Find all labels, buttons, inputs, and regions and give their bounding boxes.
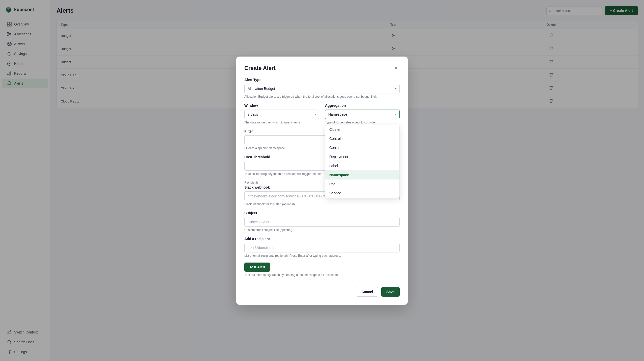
subject-input[interactable] <box>244 217 400 227</box>
aggregation-label: Aggregation <box>325 104 400 108</box>
aggregation-option[interactable]: Cluster <box>325 125 399 134</box>
subject-label: Subject <box>244 211 400 215</box>
add-recipient-input[interactable] <box>244 243 400 252</box>
alert-type-select[interactable]: Allocation Budget <box>244 84 400 93</box>
alert-type-wrapper: Allocation Budget ▾ <box>244 84 400 93</box>
modal-overlay[interactable]: Create Alert × Alert Type Allocation Bud… <box>0 0 644 361</box>
aggregation-hint: Type of Kubernetes object to consider <box>325 121 400 124</box>
add-recipient-label: Add a recipient <box>244 237 400 241</box>
create-alert-modal: Create Alert × Alert Type Allocation Bud… <box>236 57 408 305</box>
modal-title: Create Alert <box>244 65 276 71</box>
slack-hint: Slack webhook for this alert (optional). <box>244 202 400 206</box>
window-aggregation-row: Window 7 days ▾ The date range over whic… <box>244 104 400 124</box>
subject-hint: Custom email subject line (optional). <box>244 228 400 232</box>
test-alert-hint: Test out alert configuration by sending … <box>244 273 400 277</box>
window-label: Window <box>244 104 319 108</box>
save-button[interactable]: Save <box>381 287 400 297</box>
alert-type-hint: Allocation Budget alerts are triggered w… <box>244 95 400 98</box>
aggregation-wrapper: Namespace ▾ <box>325 110 400 119</box>
alert-type-label: Alert Type <box>244 78 400 82</box>
aggregation-option[interactable]: Namespace <box>325 170 399 179</box>
cancel-button[interactable]: Cancel <box>356 287 378 297</box>
aggregation-option[interactable]: Label <box>325 161 399 170</box>
add-recipient-section: Add a recipient List of email recipients… <box>244 237 400 257</box>
modal-header: Create Alert × <box>244 65 400 72</box>
aggregation-option[interactable]: Controller <box>325 134 399 143</box>
aggregation-dropdown: ClusterControllerContainerDeploymentLabe… <box>325 125 400 198</box>
window-select[interactable]: 7 days <box>244 110 319 119</box>
subject-section: Subject Custom email subject line (optio… <box>244 211 400 232</box>
add-recipient-hint: List of email recipients (optional). Pre… <box>244 254 400 257</box>
test-alert-button[interactable]: Test Alert <box>244 263 270 272</box>
modal-footer: Cancel Save <box>244 283 400 297</box>
test-alert-section: Test Alert Test out alert configuration … <box>244 263 400 277</box>
aggregation-option[interactable]: Container <box>325 143 399 152</box>
modal-close-button[interactable]: × <box>393 65 400 72</box>
aggregation-option[interactable]: Deployment <box>325 152 399 161</box>
window-section: Window 7 days ▾ The date range over whic… <box>244 104 319 124</box>
aggregation-option[interactable]: Service <box>325 189 399 198</box>
window-wrapper: 7 days ▾ <box>244 110 319 119</box>
aggregation-section: Aggregation Namespace ▾ Type of Kubernet… <box>325 104 400 124</box>
window-hint: The date range over which to query items <box>244 121 319 124</box>
aggregation-select[interactable]: Namespace <box>325 110 400 119</box>
alert-type-section: Alert Type Allocation Budget ▾ Allocatio… <box>244 78 400 98</box>
aggregation-option[interactable]: Pod <box>325 179 399 189</box>
